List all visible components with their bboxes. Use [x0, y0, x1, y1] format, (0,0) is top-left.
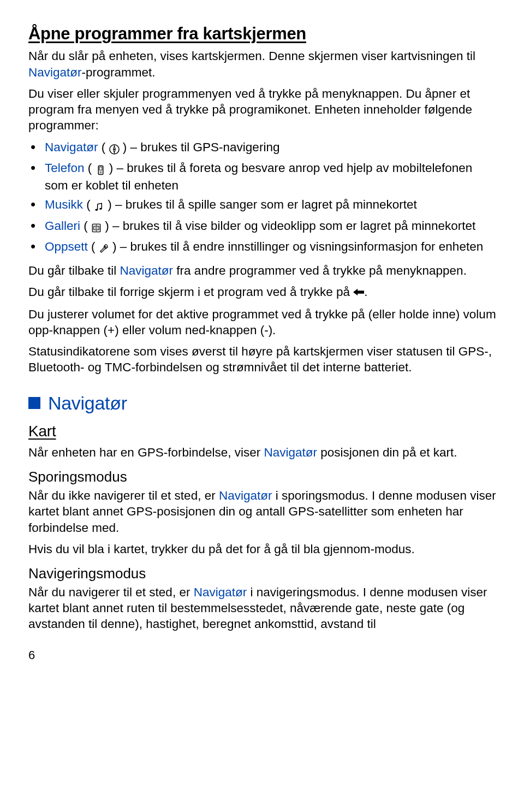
svg-marker-18 — [353, 289, 364, 296]
svg-point-17 — [96, 227, 97, 229]
list-item: Oppsett ( ) – brukes til å endre innstil… — [28, 239, 498, 256]
text: Du går tilbake til — [28, 264, 120, 277]
list-item: Navigatør ( ) – brukes til GPS-navigerin… — [28, 139, 498, 157]
volume-paragraph: Du justerer volumet for det aktive progr… — [28, 306, 498, 339]
paren-open: ( — [88, 240, 99, 253]
back-paragraph: Du går tilbake til Navigatør fra andre p… — [28, 263, 498, 278]
text: Når du ikke navigerer til et sted, er — [28, 489, 219, 502]
subheading-kart: Kart — [28, 422, 498, 441]
program-link-navigator: Navigatør — [120, 264, 174, 277]
program-link-navigator: Navigatør — [194, 585, 247, 599]
square-bullet-icon — [28, 397, 40, 409]
music-icon — [94, 198, 104, 214]
section-heading: Åpne programmer fra kartskjermen — [28, 23, 498, 45]
intro-paragraph-1: Når du slår på enheten, vises kartskjerm… — [28, 48, 498, 80]
phone-icon — [96, 162, 106, 177]
sporings-paragraph-1: Når du ikke navigerer til et sted, er Na… — [28, 488, 498, 536]
back-arrow-paragraph: Du går tilbake til forrige skjerm i et p… — [28, 284, 498, 300]
list-item: Musikk ( ) – brukes til å spille sanger … — [28, 197, 498, 214]
subheading-navigeringsmodus: Navigeringsmodus — [28, 565, 498, 583]
navigerings-paragraph: Når du navigerer til et sted, er Navigat… — [28, 584, 498, 632]
paren-open: ( — [80, 219, 91, 233]
svg-point-10 — [101, 173, 102, 173]
text: fra andre programmer ved å trykke på men… — [173, 264, 467, 277]
svg-point-7 — [101, 171, 102, 172]
paren-open: ( — [85, 161, 96, 175]
text: . — [364, 285, 367, 299]
text: posisjonen din på et kart. — [317, 446, 457, 459]
text: Når du navigerer til et sted, er — [28, 585, 194, 599]
paren-open: ( — [98, 140, 109, 154]
program-desc: ) – brukes til å foreta og besvare anrop… — [45, 161, 472, 192]
subheading-sporingsmodus: Sporingsmodus — [28, 468, 498, 487]
list-item: Galleri ( ) – brukes til å vise bilder o… — [28, 218, 498, 235]
text: -programmet. — [82, 66, 156, 79]
heading-text: Navigatør — [48, 391, 127, 415]
svg-point-14 — [96, 225, 97, 226]
svg-point-11 — [95, 209, 98, 210]
program-name-navigator: Navigatør — [45, 140, 98, 154]
gallery-icon — [91, 220, 102, 235]
page-number: 6 — [28, 648, 498, 663]
program-desc: ) – brukes til å endre innstillinger og … — [109, 240, 483, 253]
program-desc: ) – brukes til å spille sanger som er la… — [104, 198, 417, 211]
program-desc: ) – brukes til GPS-navigering — [120, 140, 280, 154]
program-name-settings: Oppsett — [45, 240, 88, 253]
program-name-gallery: Galleri — [45, 219, 80, 233]
back-arrow-icon — [353, 285, 364, 300]
svg-point-15 — [96, 230, 97, 232]
program-list: Navigatør ( ) – brukes til GPS-navigerin… — [28, 139, 498, 257]
paren-open: ( — [83, 198, 94, 211]
svg-point-9 — [100, 173, 100, 173]
svg-rect-16 — [94, 226, 99, 230]
program-link-navigator: Navigatør — [28, 66, 82, 79]
status-paragraph: Statusindikatorene som vises øverst til … — [28, 343, 498, 376]
sporings-paragraph-2: Hvis du vil bla i kartet, trykker du på … — [28, 541, 498, 557]
svg-point-6 — [100, 171, 100, 172]
program-name-phone: Telefon — [45, 161, 85, 175]
program-desc: ) – brukes til å vise bilder og videokli… — [102, 219, 475, 233]
program-link-navigator: Navigatør — [219, 489, 272, 502]
kart-paragraph: Når enheten har en GPS-forbindelse, vise… — [28, 444, 498, 460]
compass-icon — [109, 141, 120, 157]
svg-rect-4 — [99, 167, 102, 170]
svg-point-5 — [99, 171, 100, 172]
svg-point-12 — [99, 208, 102, 209]
svg-point-2 — [114, 149, 115, 150]
wrench-icon — [99, 240, 109, 256]
program-name-music: Musikk — [45, 198, 83, 211]
svg-point-8 — [99, 173, 100, 173]
intro-paragraph-2: Du viser eller skjuler programmenyen ved… — [28, 86, 498, 134]
text: Når du slår på enheten, vises kartskjerm… — [28, 49, 475, 63]
program-link-navigator: Navigatør — [264, 446, 317, 459]
text: Når enheten har en GPS-forbindelse, vise… — [28, 446, 264, 459]
text: Du går tilbake til forrige skjerm i et p… — [28, 285, 353, 299]
list-item: Telefon ( ) – brukes til å foreta og bes… — [28, 160, 498, 194]
section-heading-navigator: Navigatør — [28, 391, 498, 415]
